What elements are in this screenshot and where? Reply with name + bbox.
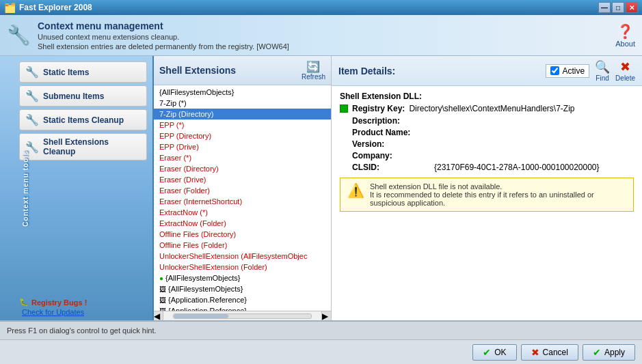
list-item[interactable]: Eraser (InternetShortcut) <box>154 196 331 207</box>
shell-dll-row: Shell Extension DLL: <box>340 92 634 101</box>
h-scroll-right[interactable]: ▶ <box>321 311 331 320</box>
warning-icon: ⚠️ <box>347 182 364 199</box>
minimize-button[interactable]: — <box>598 2 611 13</box>
title-bar-controls: — □ ✕ <box>598 2 638 13</box>
list-item[interactable]: 7-Zip (*) <box>154 98 331 109</box>
static-cleanup-icon: 🔧 <box>25 113 39 126</box>
shell-cleanup-label: Shell Extensions Cleanup <box>43 137 141 156</box>
description-label: Description: <box>352 116 434 126</box>
refresh-icon: 🔄 <box>306 60 320 73</box>
footer-buttons: ✔ OK ✖ Cancel ✔ Apply <box>0 339 642 364</box>
list-item[interactable]: ExtractNow (*) <box>154 207 331 218</box>
static-items-label: Static Items <box>43 68 89 77</box>
h-scroll-left[interactable]: ◀ <box>154 311 163 320</box>
sidebar: Context menu tools 🔧 Static Items 🔧 Subm… <box>0 56 154 320</box>
registry-key-row: Registry Key: Directory\shellex\ContextM… <box>340 104 634 113</box>
clsid-row: CLSID: {23170F69-40C1-278A-1000-00010002… <box>352 163 634 172</box>
apply-icon: ✔ <box>593 347 601 358</box>
right-content: Shell Extension DLL: Registry Key: Direc… <box>332 86 642 320</box>
refresh-label: Refresh <box>302 73 325 81</box>
right-title: Item Details: <box>338 66 395 76</box>
close-button[interactable]: ✕ <box>626 2 638 13</box>
shell-dll-label: Shell Extension DLL: <box>340 92 422 101</box>
right-panel: Item Details: Active 🔍 Find ✖ Delete She… <box>332 56 642 320</box>
product-name-label: Product Name: <box>352 128 434 137</box>
static-cleanup-label: Static Items Cleanup <box>43 115 124 125</box>
header-sub2: Shell extension entries are deleted perm… <box>38 42 289 51</box>
center-list: {AllFilesystemObjects}7-Zip (*)7-Zip (Di… <box>154 85 331 311</box>
sidebar-item-submenu-items[interactable]: 🔧 Submenu Items <box>19 85 147 107</box>
delete-icon: ✖ <box>620 59 630 74</box>
sidebar-item-shell-extensions-cleanup[interactable]: 🔧 Shell Extensions Cleanup <box>19 133 147 160</box>
list-item[interactable]: Eraser (Drive) <box>154 174 331 185</box>
right-actions: Active 🔍 Find ✖ Delete <box>546 59 635 82</box>
active-checkbox-input[interactable] <box>550 66 559 75</box>
h-scroll-thumb[interactable] <box>174 314 228 318</box>
clsid-label: CLSID: <box>352 163 434 172</box>
description-row: Description: <box>352 116 634 126</box>
list-item[interactable]: ExtractNow (Folder) <box>154 218 331 229</box>
maximize-button[interactable]: □ <box>612 2 624 13</box>
list-item[interactable]: EPP (*) <box>154 120 331 130</box>
company-label: Company: <box>352 151 434 160</box>
center-header: Shell Extensions 🔄 Refresh <box>154 56 331 85</box>
find-icon: 🔍 <box>595 59 610 74</box>
app-header: 🔧 Context menu management Unused context… <box>0 15 642 56</box>
list-item[interactable]: Eraser (*) <box>154 152 331 163</box>
static-items-icon: 🔧 <box>25 66 39 79</box>
list-item[interactable]: Offline Files (Directory) <box>154 229 331 240</box>
active-label: Active <box>562 66 585 76</box>
clsid-value: {23170F69-40C1-278A-1000-000100020000} <box>434 163 600 172</box>
ok-icon: ✔ <box>483 347 491 358</box>
list-item[interactable]: Offline Files (Folder) <box>154 240 331 251</box>
app-icon: 🗂️ <box>4 2 16 13</box>
sidebar-bottom: 🐛 Registry Bugs ! Check for Updates <box>0 294 152 320</box>
right-header: Item Details: Active 🔍 Find ✖ Delete <box>332 56 642 86</box>
registry-bugs-button[interactable]: 🐛 Registry Bugs ! <box>19 298 147 307</box>
list-item[interactable]: Eraser (Folder) <box>154 185 331 196</box>
status-hint: Press F1 on dialog's control to get quic… <box>7 326 157 335</box>
ok-label: OK <box>494 348 506 357</box>
cancel-button[interactable]: ✖ Cancel <box>521 344 578 361</box>
list-item[interactable]: 🖼 {Application.Reference} <box>154 294 331 305</box>
list-item[interactable]: Eraser (Directory) <box>154 163 331 174</box>
active-checkbox[interactable]: Active <box>546 64 589 78</box>
list-item[interactable]: 🖼 {AllFilesystemObjects} <box>154 283 331 294</box>
sidebar-item-static-items[interactable]: 🔧 Static Items <box>19 61 147 83</box>
header-sub1: Unused context menu extensions cleanup. <box>38 33 289 41</box>
delete-label: Delete <box>615 74 635 82</box>
about-label: About <box>615 40 635 48</box>
warning-box: ⚠️ Shell extension DLL file is not avail… <box>340 178 634 212</box>
list-item[interactable]: 🖼 {Application.Reference} <box>154 305 331 311</box>
check-updates-link[interactable]: Check for Updates <box>19 308 147 316</box>
h-scroll-track[interactable] <box>173 313 312 319</box>
list-item[interactable]: UnlockerShellExtension (AllFilesystemObj… <box>154 251 331 262</box>
center-panel: Shell Extensions 🔄 Refresh {AllFilesyste… <box>154 56 332 320</box>
header-icon: 🔧 <box>7 24 31 46</box>
list-item[interactable]: EPP (Directory) <box>154 130 331 141</box>
sidebar-label: Context menu tools <box>22 150 29 226</box>
list-item[interactable]: ● {AllFilesystemObjects} <box>154 272 331 283</box>
horizontal-scrollbar[interactable]: ◀ ▶ <box>154 311 331 320</box>
main-layout: Context menu tools 🔧 Static Items 🔧 Subm… <box>0 56 642 320</box>
app-title: Fast Explorer 2008 <box>19 3 92 12</box>
warning-text: Shell extension DLL file is not availabl… <box>370 182 594 207</box>
header-title: Context menu management <box>38 20 289 31</box>
header-text: Context menu management Unused context m… <box>38 20 289 51</box>
list-item[interactable]: 7-Zip (Directory) <box>154 109 331 120</box>
product-name-row: Product Name: <box>352 128 634 137</box>
submenu-items-icon: 🔧 <box>25 89 39 102</box>
delete-button[interactable]: ✖ Delete <box>615 59 635 82</box>
refresh-button[interactable]: 🔄 Refresh <box>302 60 325 81</box>
version-row: Version: <box>352 139 634 149</box>
list-item[interactable]: UnlockerShellExtension (Folder) <box>154 262 331 272</box>
list-item[interactable]: {AllFilesystemObjects} <box>154 87 331 98</box>
find-button[interactable]: 🔍 Find <box>595 59 610 82</box>
about-button[interactable]: ❓ About <box>615 23 635 48</box>
cancel-icon: ✖ <box>531 347 539 358</box>
list-item[interactable]: EPP (Drive) <box>154 141 331 152</box>
apply-button[interactable]: ✔ Apply <box>583 344 635 361</box>
ok-button[interactable]: ✔ OK <box>472 344 516 361</box>
registry-bugs-label: Registry Bugs ! <box>31 298 87 307</box>
sidebar-item-static-items-cleanup[interactable]: 🔧 Static Items Cleanup <box>19 109 147 130</box>
